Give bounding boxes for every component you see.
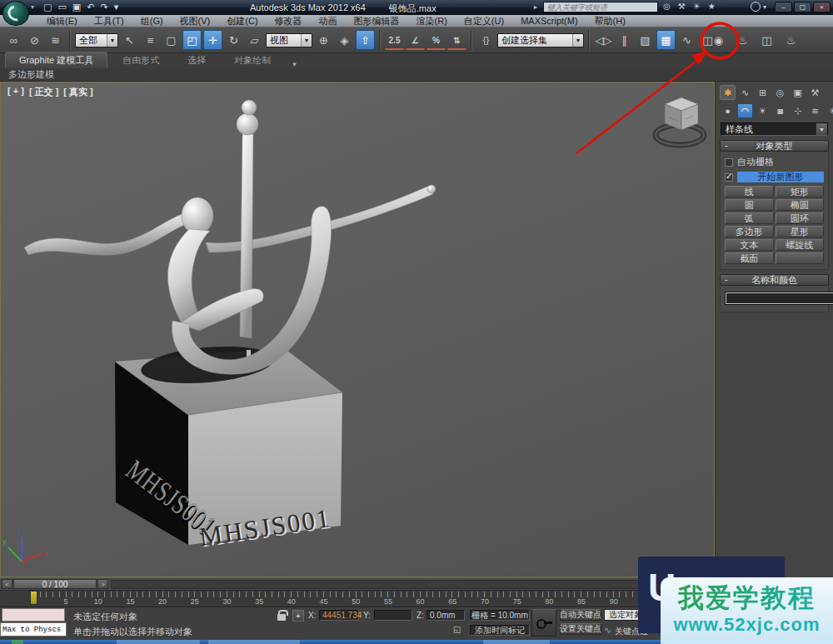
shape-name-input[interactable] [725, 292, 833, 305]
absolute-mode-icon[interactable]: + [292, 610, 304, 622]
next-frame-button[interactable]: > [97, 579, 108, 589]
add-time-tag-button[interactable]: 添加时间标记 [470, 625, 530, 636]
hierarchy-tab-icon[interactable]: ⊞ [755, 85, 771, 100]
reference-coordinate-dropdown[interactable]: 视图 ▼ [266, 33, 312, 47]
search-expand-icon[interactable]: ▸ [534, 3, 537, 11]
track-bar[interactable]: 051015202530354045505560657075808590 [0, 590, 715, 607]
minimize-button[interactable]: – [775, 2, 792, 12]
spinner-snap-icon[interactable]: ⇅ [447, 32, 466, 50]
tools-icon[interactable]: ⚒ [678, 2, 686, 11]
set-key-button[interactable]: 设置关键点 [560, 623, 601, 635]
viewport-label-menu[interactable]: [ 正交 ] [29, 86, 58, 98]
app-menu-caret-icon[interactable]: ▾ [31, 3, 34, 11]
perspective-viewport[interactable]: [ + ][ 正交 ][ 真实 ] MHSJS001 [0, 82, 715, 577]
open-file-icon[interactable]: ▭ [57, 2, 66, 12]
statue-figure[interactable] [24, 100, 436, 374]
shape-button[interactable]: 矩形 [776, 186, 825, 197]
utilities-tab-icon[interactable]: ⚒ [807, 85, 823, 100]
start-new-shape-checkbox[interactable] [725, 173, 733, 182]
ribbon-tab[interactable]: Graphite 建模工具 [5, 52, 107, 68]
shapes-icon[interactable]: ◠ [737, 103, 753, 118]
select-by-name-icon[interactable]: ≡ [141, 30, 160, 50]
ribbon-panel-label[interactable]: 多边形建模 [0, 68, 54, 81]
autogrid-checkbox[interactable] [725, 158, 733, 167]
ribbon-toggle-icon[interactable]: ▦ [656, 30, 676, 50]
create-tab-icon[interactable]: ✱ [720, 85, 736, 100]
material-editor-icon[interactable]: ◉ [709, 30, 728, 50]
help-dropdown-icon[interactable]: ▾ [763, 3, 766, 11]
shape-button[interactable]: 圆环 [776, 212, 825, 224]
menu-item[interactable]: 组(G) [132, 15, 172, 27]
systems-icon[interactable]: ✳ [825, 103, 833, 118]
curve-editor-icon[interactable]: ∿ [677, 30, 696, 50]
ribbon-options-icon[interactable]: ▾ [286, 60, 303, 68]
window-crossing-icon[interactable]: ◰ [182, 30, 202, 50]
menu-item[interactable]: 帮助(H) [586, 15, 634, 27]
keyboard-shortcut-override-icon[interactable]: ⇧ [356, 30, 375, 50]
select-and-link-icon[interactable]: ∞ [4, 30, 23, 50]
render-production-icon[interactable]: ♨ [781, 30, 801, 50]
unlink-selection-icon[interactable]: ⊘ [25, 30, 44, 50]
menu-item[interactable]: 渲染(R) [408, 15, 456, 27]
ribbon-tab[interactable]: 自由形式 [109, 52, 172, 68]
maxscript-listener-line[interactable]: Max to Physcs ( [0, 622, 67, 637]
rendered-frame-window-icon[interactable]: ◫ [757, 30, 776, 50]
current-frame-marker[interactable] [30, 591, 37, 605]
shape-button[interactable]: 弧 [725, 212, 774, 224]
dropdown-arrow-icon[interactable]: ▼ [301, 34, 312, 47]
undo-icon[interactable]: ↶ [87, 2, 94, 12]
mirror-icon[interactable]: ◁▷ [594, 30, 613, 50]
menu-item[interactable]: 动画 [311, 15, 346, 27]
auto-key-button[interactable]: 自动关键点 [560, 609, 601, 621]
taskbar-item[interactable] [483, 640, 550, 644]
shape-button[interactable]: 线 [725, 186, 774, 197]
shape-button[interactable]: 多边形 [725, 226, 774, 237]
maximize-button[interactable]: ▢ [794, 2, 811, 12]
shape-button[interactable]: 星形 [776, 226, 825, 237]
redo-icon[interactable]: ↷ [100, 2, 107, 12]
align-icon[interactable]: ∥ [615, 30, 634, 50]
bind-to-space-warp-icon[interactable]: ≋ [46, 30, 65, 50]
shape-button[interactable] [776, 252, 825, 264]
ribbon-tab[interactable]: 选择 [174, 52, 219, 68]
select-and-move-icon[interactable]: ✛ [203, 30, 222, 50]
select-object-icon[interactable]: ↖ [120, 30, 139, 50]
start-new-shape-button[interactable]: 开始新图形 [737, 172, 824, 182]
named-selection-set-dropdown[interactable]: 创建选择集 ▼ [497, 33, 584, 47]
close-button[interactable]: × [813, 2, 831, 12]
snap-toggle-2-5-icon[interactable]: 2.5 [385, 32, 404, 50]
key-filters-icon[interactable]: ∿ [604, 625, 611, 636]
menu-item[interactable]: 视图(V) [172, 15, 219, 27]
rectangular-selection-region-icon[interactable]: ▢ [162, 30, 181, 50]
select-and-rotate-icon[interactable]: ↻ [224, 30, 243, 50]
dropdown-arrow-icon[interactable]: ▼ [572, 34, 583, 47]
percent-snap-icon[interactable]: % [426, 32, 446, 50]
motion-tab-icon[interactable]: ◎ [772, 85, 788, 100]
select-and-manipulate-icon[interactable]: ◈ [335, 30, 354, 50]
shape-button[interactable]: 圆 [725, 199, 774, 211]
set-keys-button[interactable] [531, 609, 556, 637]
time-slider-handle[interactable]: 0 / 100 [13, 579, 97, 589]
shape-button[interactable]: 螺旋线 [776, 239, 825, 251]
select-and-scale-icon[interactable]: ▱ [245, 30, 264, 50]
menu-item[interactable]: 修改器 [267, 15, 311, 27]
y-coordinate-field[interactable] [374, 610, 412, 621]
dropdown-arrow-icon[interactable]: ▼ [816, 123, 827, 135]
z-coordinate-field[interactable]: 0.0mm [426, 610, 465, 621]
start-orb[interactable] [12, 640, 23, 644]
time-slider-track[interactable] [111, 580, 713, 589]
quick-access-dropdown-icon[interactable]: ▾ [114, 2, 119, 12]
shape-button[interactable]: 文本 [725, 239, 774, 251]
viewport-label-menu[interactable]: [ 真实 ] [63, 86, 92, 98]
display-tab-icon[interactable]: ▣ [790, 85, 806, 100]
dropdown-arrow-icon[interactable]: ▼ [107, 34, 117, 47]
3ds-max-logo-icon[interactable] [2, 1, 29, 26]
viewport-label-menu[interactable]: [ + ] [7, 86, 24, 98]
layer-manager-icon[interactable]: ▧ [636, 30, 655, 50]
selection-filter-dropdown[interactable]: 全部 ▼ [75, 33, 118, 47]
rollout-collapse-icon[interactable]: - [725, 140, 728, 150]
geometry-icon[interactable]: ● [720, 103, 736, 118]
menu-item[interactable]: 创建(C) [218, 15, 266, 27]
lights-icon[interactable]: ☀ [755, 103, 771, 118]
object-type-rollout-header[interactable]: - 对象类型 [720, 140, 829, 152]
